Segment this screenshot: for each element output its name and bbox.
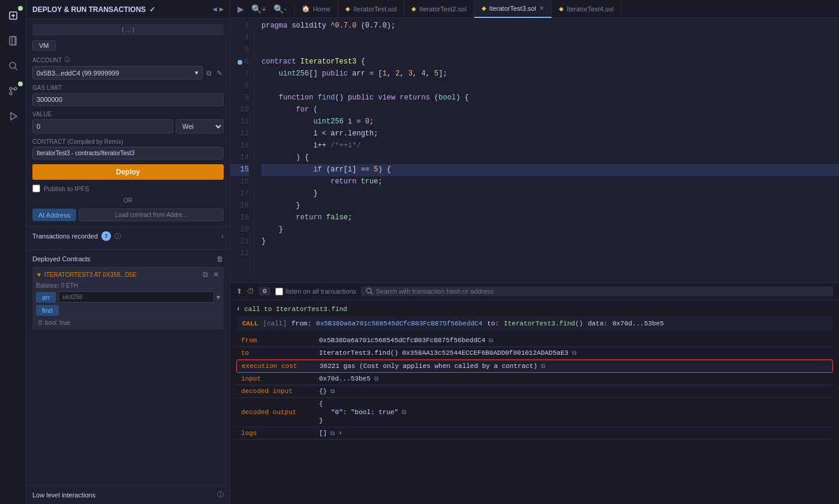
ln-12: 12 [230,128,249,140]
arr-input[interactable] [58,291,214,303]
sidebar-icon-files[interactable] [2,30,24,52]
copy-from-icon[interactable]: ⧉ [489,337,493,344]
load-contract-button[interactable]: Load contract from Addre... [79,209,224,221]
publish-ipfs-checkbox[interactable] [32,185,40,192]
file-icon-3: ◆ [482,5,486,11]
call-to-key: to: [487,320,499,327]
ln-22: 22 [230,248,249,260]
close-contract-icon[interactable]: ✕ [212,269,220,280]
zoom-out-button[interactable]: 🔍- [271,3,289,15]
gas-limit-input[interactable] [32,93,224,106]
deploy-button[interactable]: Deploy [32,164,224,180]
transactions-info-icon: ⓘ [115,232,121,241]
account-input-box: 0x5B3...eddC4 (99.9999999 ▾ [32,66,203,80]
code-line-10: for ( [261,104,839,116]
find-button[interactable]: find [36,305,59,316]
transactions-chevron-icon[interactable]: › [221,232,224,240]
account-value: 0x5B3...eddC4 (99.9999999 [37,70,119,77]
contract-item-icons: ⧉ ✕ [202,269,220,280]
tx-clock-icon[interactable]: ⏱ [247,287,254,295]
copy-execution-icon[interactable]: ⧉ [541,363,545,370]
arr-dropdown-icon[interactable]: ▾ [216,293,220,301]
chevron-down-contract-icon[interactable]: ▼ [36,271,42,278]
sidebar-icon-run[interactable] [2,105,24,127]
detail-row-decoded-output: decoded output { "0": "bool: true" } ⧉ [236,398,833,427]
edit-account-icon[interactable]: ✎ [215,68,224,79]
trash-icon[interactable]: 🗑 [216,255,224,263]
tab-iterator3[interactable]: ◆ IteratorTest3.sol ✕ [474,0,552,18]
play-button[interactable]: ▶ [235,3,246,15]
tab-iterator2[interactable]: ◆ IteratorTest2.sol [404,0,474,18]
svg-line-4 [15,68,17,70]
detail-row-execution-cost: execution cost 36221 gas (Cost only appl… [236,360,833,373]
copy-logs-icon[interactable]: ⧉ [330,430,335,437]
download-logs-icon[interactable]: ⬇ [338,430,342,437]
sidebar-icon-search[interactable] [2,55,24,77]
publish-ipfs-row: Publish to IPFS [32,185,224,192]
contract-label: CONTRACT (Compiled by Remix) [32,138,224,145]
tab-iterator4[interactable]: ◆ IteratorTest4.sol [552,0,621,18]
low-level-section: Low level interactions ⓘ [26,485,230,504]
result-text: 0: bool: true [36,318,220,327]
copy-decoded-input-icon[interactable]: ⧉ [330,388,335,395]
svg-point-7 [10,92,12,95]
call-bracket-open: [call] [263,320,287,327]
code-line-6: contract IteratorTest3 { [261,56,839,68]
tab-home[interactable]: 🏠 Home [294,0,338,18]
call-from-addr: 0x5B38Da6a701c568545dCfcB03FcB875f56bedd… [316,320,482,327]
ln-6: 6 [230,56,249,68]
deploy-arrows: ◀ ▶ [213,5,224,14]
value-unit-select[interactable]: Wei [176,119,224,134]
sidebar-icon-git[interactable] [2,80,24,102]
copy-decoded-output-icon[interactable]: ⧉ [402,409,406,416]
decoded-output-key: decoded output [241,409,313,416]
from-key: from [241,337,313,344]
copy-contract-icon[interactable]: ⧉ [202,269,209,280]
tab-iterator2-label: IteratorTest2.sol [419,5,466,13]
close-tab-3-icon[interactable]: ✕ [539,5,544,11]
account-info-icon: ⓘ [64,56,70,64]
tx-expand-icon[interactable]: ⬆ [236,287,242,295]
copy-input-icon[interactable]: ⧉ [374,376,378,382]
or-divider: OR [32,197,224,204]
value-input[interactable] [32,119,173,134]
arrow-right-icon[interactable]: ▶ [219,5,224,14]
code-line-3: pragma solidity ^0.7.0 (0.7.0); [261,20,839,32]
tx-count: 0 [259,287,270,295]
gas-limit-value[interactable] [37,96,219,103]
transactions-count-badge: 7 [101,231,111,241]
value-label: VALUE [32,111,224,117]
ln-15: 15 [230,164,249,176]
ln-11: 11 [230,116,249,128]
tab-iterator1[interactable]: ◆ IteratorTest.sol [338,0,404,18]
ln-16: 16 [230,176,249,188]
arr-button[interactable]: arr [36,292,56,303]
tx-search-input[interactable] [376,288,828,295]
call-arrow-icon: ⬇ [236,306,240,313]
ln-20: 20 [230,224,249,236]
copy-to-icon[interactable]: ⧉ [572,350,576,357]
ln-5: 5 [230,44,249,56]
icon-bar [0,0,26,504]
deploy-body: ( ... ) VM ACCOUNT ⓘ 0x5B3...eddC4 (99.9… [26,19,230,226]
listen-all-checkbox[interactable] [275,288,283,295]
sidebar-icon-deploy[interactable] [2,5,24,26]
copy-account-icon[interactable]: ⧉ [205,68,213,79]
transactions-title: Transactions recorded 7 ⓘ [32,231,121,241]
gas-limit-label: GAS LIMIT [32,84,224,91]
input-key: input [241,375,313,382]
gas-limit-field: GAS LIMIT [32,84,224,106]
detail-row-decoded-input: decoded input {} ⧉ [236,385,833,398]
transactions-header: Transactions recorded 7 ⓘ › [32,231,224,241]
zoom-in-button[interactable]: 🔍+ [249,3,269,15]
ln-10: 10 [230,104,249,116]
contract-item-name: ▼ ITERATORTEST3 AT 0X358...D5E [36,271,137,278]
arrow-left-icon[interactable]: ◀ [213,5,217,14]
at-address-button[interactable]: At Address [32,209,76,221]
account-label: ACCOUNT ⓘ [32,56,224,64]
call-label-text: call to IteratorTest3.find [244,306,347,313]
call-detail-row: CALL [call] from: 0x5B38Da6a701c568545dC… [236,316,833,331]
value-field: VALUE Wei [32,111,224,134]
tabs-bar: ▶ 🔍+ 🔍- 🏠 Home ◆ IteratorTest.sol ◆ Iter… [230,0,839,18]
contract-select[interactable]: IteratorTest3 - contracts/IteratorTest3 [32,147,224,159]
